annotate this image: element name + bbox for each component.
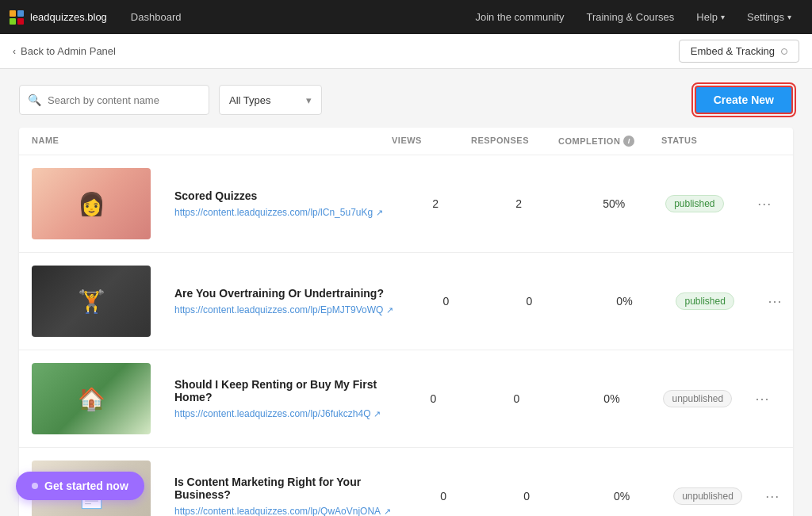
- row-views: 0: [393, 392, 473, 405]
- row-url: https://content.leadquizzes.com/lp/EpMJT…: [174, 304, 393, 315]
- type-label: All Types: [229, 94, 271, 106]
- th-responses: RESPONSES: [471, 136, 558, 147]
- external-link-icon[interactable]: ↗: [373, 409, 381, 419]
- embed-tracking-button[interactable]: Embed & Tracking: [679, 40, 799, 63]
- th-views: VIEWS: [392, 136, 471, 147]
- help-chevron-icon: ▾: [721, 13, 725, 21]
- row-title: Scored Quizzes: [174, 189, 383, 202]
- row-responses: 0: [485, 295, 573, 308]
- row-url: https://content.leadquizzes.com/lp/J6fuk…: [174, 408, 381, 419]
- row-responses: 0: [473, 392, 560, 405]
- back-to-admin-link[interactable]: ‹ Back to Admin Panel: [13, 45, 116, 57]
- table-row: 🏋️ Are You Overtraining Or Undertraining…: [19, 253, 793, 350]
- nav-help[interactable]: Help ▾: [685, 0, 736, 34]
- row-status: published: [665, 195, 745, 212]
- row-more-button[interactable]: ···: [745, 196, 784, 212]
- create-new-button[interactable]: Create New: [695, 86, 793, 114]
- content-area: NAME VIEWS RESPONSES COMPLETION i STATUS…: [0, 128, 812, 516]
- toolbar: 🔍 All Types ▾ Create New: [0, 69, 812, 128]
- th-actions: [741, 136, 780, 147]
- row-status: unpublished: [673, 487, 753, 505]
- row-views: 0: [406, 295, 485, 308]
- external-link-icon[interactable]: ↗: [386, 305, 393, 315]
- row-info: Are You Overtraining Or Undertraining? h…: [174, 287, 406, 315]
- row-url: https://content.leadquizzes.com/lp/lCn_5…: [174, 207, 383, 218]
- th-completion: COMPLETION i: [558, 136, 661, 147]
- status-badge: published: [665, 195, 723, 212]
- type-chevron-icon: ▾: [306, 94, 312, 106]
- search-input[interactable]: [48, 94, 201, 106]
- row-more-button[interactable]: ···: [742, 391, 782, 407]
- get-started-label: Get started now: [44, 480, 128, 492]
- settings-chevron-icon: ▾: [787, 13, 791, 21]
- nav-join-community[interactable]: Join the community: [464, 0, 575, 34]
- row-url: https://content.leadquizzes.com/lp/QwAoV…: [174, 506, 391, 516]
- status-badge: unpublished: [663, 390, 732, 407]
- external-link-icon[interactable]: ↗: [376, 208, 383, 218]
- row-status: unpublished: [663, 390, 742, 407]
- content-table: NAME VIEWS RESPONSES COMPLETION i STATUS…: [19, 128, 793, 516]
- search-icon: 🔍: [28, 94, 41, 106]
- nav-settings[interactable]: Settings ▾: [736, 0, 802, 34]
- nav-dashboard[interactable]: Dashboard: [120, 0, 193, 34]
- row-views: 2: [396, 197, 475, 210]
- row-info: Is Content Marketing Right for Your Busi…: [174, 476, 404, 516]
- row-completion: 50%: [562, 197, 665, 210]
- th-name-spacer: [174, 136, 392, 147]
- type-filter-select[interactable]: All Types ▾: [219, 85, 322, 115]
- row-completion: 0%: [570, 490, 673, 503]
- nav-training[interactable]: Training & Courses: [575, 0, 685, 34]
- sub-navigation: ‹ Back to Admin Panel Embed & Tracking: [0, 34, 812, 69]
- th-name: NAME: [32, 136, 174, 147]
- row-thumbnail: 🏋️: [32, 266, 151, 337]
- table-header: NAME VIEWS RESPONSES COMPLETION i STATUS: [19, 128, 793, 155]
- back-label: Back to Admin Panel: [21, 45, 116, 57]
- table-row: 👩 Scored Quizzes https://content.leadqui…: [19, 155, 793, 253]
- row-completion: 0%: [560, 392, 663, 405]
- row-more-button[interactable]: ···: [753, 488, 792, 505]
- row-info: Should I Keep Renting or Buy My First Ho…: [174, 378, 393, 419]
- external-link-icon[interactable]: ↗: [384, 506, 391, 517]
- row-views: 0: [404, 490, 483, 503]
- row-status: published: [676, 292, 755, 310]
- search-container: 🔍: [19, 85, 209, 115]
- row-completion: 0%: [573, 295, 676, 308]
- embed-label: Embed & Tracking: [691, 45, 775, 57]
- logo[interactable]: leadquizzes.blog: [10, 10, 107, 25]
- back-chevron-icon: ‹: [13, 46, 16, 57]
- completion-info-icon[interactable]: i: [623, 136, 634, 147]
- top-navigation: leadquizzes.blog Dashboard Join the comm…: [0, 0, 812, 34]
- table-row: 🏠 Should I Keep Renting or Buy My First …: [19, 350, 793, 448]
- brand-name: leadquizzes.blog: [30, 11, 107, 23]
- row-info: Scored Quizzes https://content.leadquizz…: [174, 189, 396, 218]
- row-title: Is Content Marketing Right for Your Busi…: [174, 476, 391, 501]
- row-thumbnail: 👩: [32, 168, 151, 239]
- status-badge: published: [676, 292, 733, 310]
- row-more-button[interactable]: ···: [755, 293, 793, 310]
- status-badge: unpublished: [673, 487, 742, 505]
- logo-icon: [10, 10, 24, 25]
- th-status: STATUS: [661, 136, 741, 147]
- row-title: Are You Overtraining Or Undertraining?: [174, 287, 393, 300]
- row-responses: 0: [483, 490, 570, 503]
- embed-status-dot: [781, 48, 787, 55]
- get-started-banner[interactable]: Get started now: [16, 472, 144, 500]
- row-thumbnail: 🏠: [32, 363, 151, 434]
- row-title: Should I Keep Renting or Buy My First Ho…: [174, 378, 381, 403]
- row-responses: 2: [475, 197, 562, 210]
